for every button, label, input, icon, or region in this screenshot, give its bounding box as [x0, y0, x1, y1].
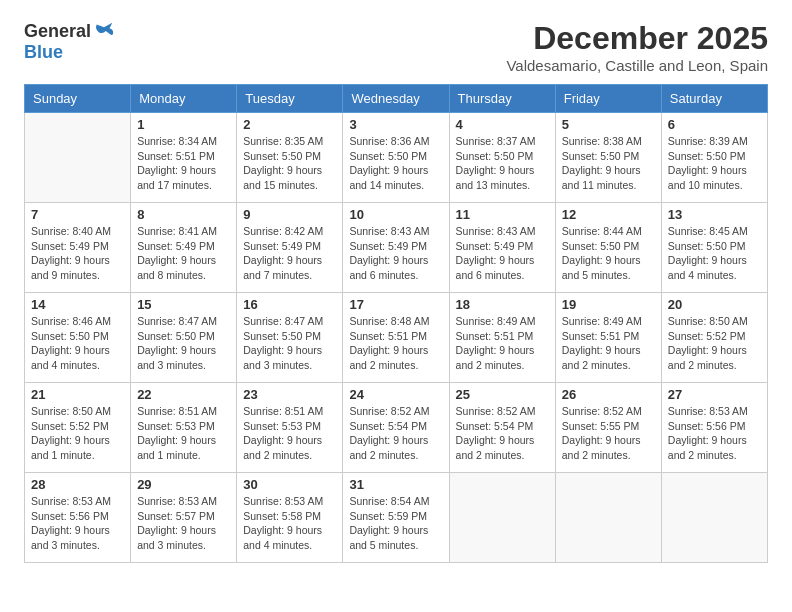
calendar-cell: 16Sunrise: 8:47 AMSunset: 5:50 PMDayligh… [237, 293, 343, 383]
month-title: December 2025 [506, 20, 768, 57]
day-info: Sunrise: 8:40 AMSunset: 5:49 PMDaylight:… [31, 224, 124, 283]
day-info: Sunrise: 8:51 AMSunset: 5:53 PMDaylight:… [243, 404, 336, 463]
calendar-cell: 13Sunrise: 8:45 AMSunset: 5:50 PMDayligh… [661, 203, 767, 293]
day-number: 15 [137, 297, 230, 312]
day-number: 2 [243, 117, 336, 132]
calendar-cell: 30Sunrise: 8:53 AMSunset: 5:58 PMDayligh… [237, 473, 343, 563]
day-number: 12 [562, 207, 655, 222]
calendar-cell: 21Sunrise: 8:50 AMSunset: 5:52 PMDayligh… [25, 383, 131, 473]
day-info: Sunrise: 8:38 AMSunset: 5:50 PMDaylight:… [562, 134, 655, 193]
calendar-cell: 26Sunrise: 8:52 AMSunset: 5:55 PMDayligh… [555, 383, 661, 473]
week-row-2: 7Sunrise: 8:40 AMSunset: 5:49 PMDaylight… [25, 203, 768, 293]
day-number: 8 [137, 207, 230, 222]
day-info: Sunrise: 8:48 AMSunset: 5:51 PMDaylight:… [349, 314, 442, 373]
calendar-cell: 25Sunrise: 8:52 AMSunset: 5:54 PMDayligh… [449, 383, 555, 473]
calendar-cell: 10Sunrise: 8:43 AMSunset: 5:49 PMDayligh… [343, 203, 449, 293]
day-info: Sunrise: 8:44 AMSunset: 5:50 PMDaylight:… [562, 224, 655, 283]
calendar-cell: 15Sunrise: 8:47 AMSunset: 5:50 PMDayligh… [131, 293, 237, 383]
day-info: Sunrise: 8:52 AMSunset: 5:54 PMDaylight:… [456, 404, 549, 463]
calendar-cell: 22Sunrise: 8:51 AMSunset: 5:53 PMDayligh… [131, 383, 237, 473]
day-number: 18 [456, 297, 549, 312]
day-info: Sunrise: 8:49 AMSunset: 5:51 PMDaylight:… [562, 314, 655, 373]
calendar-cell: 3Sunrise: 8:36 AMSunset: 5:50 PMDaylight… [343, 113, 449, 203]
day-number: 25 [456, 387, 549, 402]
day-info: Sunrise: 8:36 AMSunset: 5:50 PMDaylight:… [349, 134, 442, 193]
day-info: Sunrise: 8:53 AMSunset: 5:56 PMDaylight:… [31, 494, 124, 553]
day-number: 21 [31, 387, 124, 402]
weekday-header-friday: Friday [555, 85, 661, 113]
calendar-table: SundayMondayTuesdayWednesdayThursdayFrid… [24, 84, 768, 563]
weekday-header-tuesday: Tuesday [237, 85, 343, 113]
day-number: 23 [243, 387, 336, 402]
calendar-cell: 2Sunrise: 8:35 AMSunset: 5:50 PMDaylight… [237, 113, 343, 203]
calendar-cell: 18Sunrise: 8:49 AMSunset: 5:51 PMDayligh… [449, 293, 555, 383]
calendar-cell [25, 113, 131, 203]
calendar-cell: 23Sunrise: 8:51 AMSunset: 5:53 PMDayligh… [237, 383, 343, 473]
weekday-header-row: SundayMondayTuesdayWednesdayThursdayFrid… [25, 85, 768, 113]
day-number: 31 [349, 477, 442, 492]
day-info: Sunrise: 8:52 AMSunset: 5:55 PMDaylight:… [562, 404, 655, 463]
calendar-cell: 14Sunrise: 8:46 AMSunset: 5:50 PMDayligh… [25, 293, 131, 383]
calendar-cell: 17Sunrise: 8:48 AMSunset: 5:51 PMDayligh… [343, 293, 449, 383]
day-number: 1 [137, 117, 230, 132]
day-number: 30 [243, 477, 336, 492]
day-number: 13 [668, 207, 761, 222]
weekday-header-saturday: Saturday [661, 85, 767, 113]
calendar-cell: 1Sunrise: 8:34 AMSunset: 5:51 PMDaylight… [131, 113, 237, 203]
weekday-header-thursday: Thursday [449, 85, 555, 113]
day-info: Sunrise: 8:43 AMSunset: 5:49 PMDaylight:… [456, 224, 549, 283]
day-number: 6 [668, 117, 761, 132]
day-number: 14 [31, 297, 124, 312]
day-info: Sunrise: 8:53 AMSunset: 5:58 PMDaylight:… [243, 494, 336, 553]
day-info: Sunrise: 8:53 AMSunset: 5:57 PMDaylight:… [137, 494, 230, 553]
day-number: 26 [562, 387, 655, 402]
logo-blue-text: Blue [24, 42, 63, 63]
day-info: Sunrise: 8:50 AMSunset: 5:52 PMDaylight:… [31, 404, 124, 463]
day-info: Sunrise: 8:53 AMSunset: 5:56 PMDaylight:… [668, 404, 761, 463]
day-info: Sunrise: 8:45 AMSunset: 5:50 PMDaylight:… [668, 224, 761, 283]
logo: General Blue [24, 20, 115, 63]
calendar-cell [449, 473, 555, 563]
calendar-cell: 11Sunrise: 8:43 AMSunset: 5:49 PMDayligh… [449, 203, 555, 293]
calendar-cell: 27Sunrise: 8:53 AMSunset: 5:56 PMDayligh… [661, 383, 767, 473]
calendar-cell: 19Sunrise: 8:49 AMSunset: 5:51 PMDayligh… [555, 293, 661, 383]
logo-bird-icon [93, 20, 115, 42]
day-number: 9 [243, 207, 336, 222]
day-number: 20 [668, 297, 761, 312]
calendar-cell: 31Sunrise: 8:54 AMSunset: 5:59 PMDayligh… [343, 473, 449, 563]
calendar-cell: 24Sunrise: 8:52 AMSunset: 5:54 PMDayligh… [343, 383, 449, 473]
calendar-cell: 7Sunrise: 8:40 AMSunset: 5:49 PMDaylight… [25, 203, 131, 293]
day-number: 3 [349, 117, 442, 132]
day-number: 10 [349, 207, 442, 222]
calendar-cell: 9Sunrise: 8:42 AMSunset: 5:49 PMDaylight… [237, 203, 343, 293]
calendar-cell: 6Sunrise: 8:39 AMSunset: 5:50 PMDaylight… [661, 113, 767, 203]
day-number: 7 [31, 207, 124, 222]
day-info: Sunrise: 8:35 AMSunset: 5:50 PMDaylight:… [243, 134, 336, 193]
day-number: 17 [349, 297, 442, 312]
day-info: Sunrise: 8:43 AMSunset: 5:49 PMDaylight:… [349, 224, 442, 283]
title-area: December 2025 Valdesamario, Castille and… [506, 20, 768, 74]
day-info: Sunrise: 8:46 AMSunset: 5:50 PMDaylight:… [31, 314, 124, 373]
day-info: Sunrise: 8:54 AMSunset: 5:59 PMDaylight:… [349, 494, 442, 553]
calendar-cell: 20Sunrise: 8:50 AMSunset: 5:52 PMDayligh… [661, 293, 767, 383]
day-number: 24 [349, 387, 442, 402]
calendar-cell: 5Sunrise: 8:38 AMSunset: 5:50 PMDaylight… [555, 113, 661, 203]
day-number: 19 [562, 297, 655, 312]
weekday-header-sunday: Sunday [25, 85, 131, 113]
day-info: Sunrise: 8:47 AMSunset: 5:50 PMDaylight:… [137, 314, 230, 373]
weekday-header-monday: Monday [131, 85, 237, 113]
logo-general-text: General [24, 21, 91, 42]
day-info: Sunrise: 8:34 AMSunset: 5:51 PMDaylight:… [137, 134, 230, 193]
location-title: Valdesamario, Castille and Leon, Spain [506, 57, 768, 74]
day-number: 22 [137, 387, 230, 402]
week-row-4: 21Sunrise: 8:50 AMSunset: 5:52 PMDayligh… [25, 383, 768, 473]
day-info: Sunrise: 8:47 AMSunset: 5:50 PMDaylight:… [243, 314, 336, 373]
week-row-3: 14Sunrise: 8:46 AMSunset: 5:50 PMDayligh… [25, 293, 768, 383]
day-info: Sunrise: 8:52 AMSunset: 5:54 PMDaylight:… [349, 404, 442, 463]
day-info: Sunrise: 8:51 AMSunset: 5:53 PMDaylight:… [137, 404, 230, 463]
calendar-cell: 4Sunrise: 8:37 AMSunset: 5:50 PMDaylight… [449, 113, 555, 203]
day-number: 28 [31, 477, 124, 492]
week-row-1: 1Sunrise: 8:34 AMSunset: 5:51 PMDaylight… [25, 113, 768, 203]
page-header: General Blue December 2025 Valdesamario,… [24, 20, 768, 74]
weekday-header-wednesday: Wednesday [343, 85, 449, 113]
